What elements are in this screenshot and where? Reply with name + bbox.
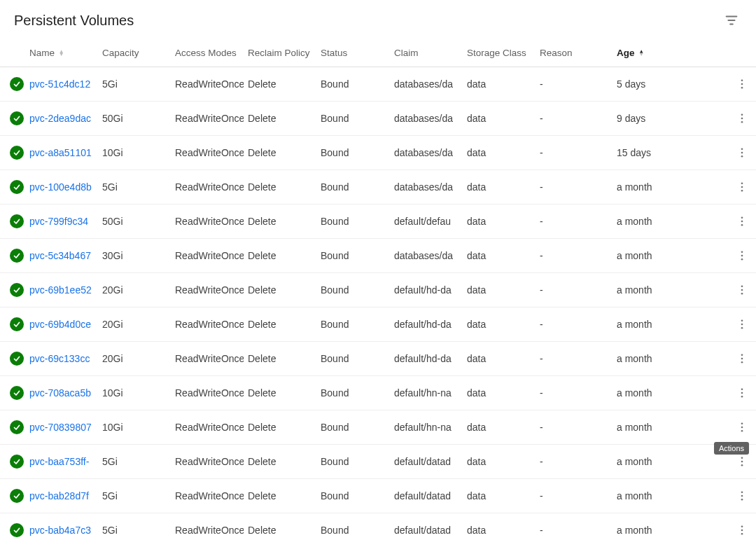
- row-actions-button[interactable]: [733, 315, 751, 333]
- status-text-cell: Bound: [316, 239, 390, 273]
- row-actions-button[interactable]: [733, 384, 751, 402]
- pv-name-link[interactable]: pvc-69b1ee52: [29, 284, 94, 296]
- pv-name-link[interactable]: pvc-bab4a7c3: [29, 525, 94, 536]
- pv-name-link[interactable]: pvc-2dea9dac: [29, 113, 94, 124]
- row-actions-button[interactable]: [733, 418, 751, 436]
- more-vert-icon: [736, 181, 748, 193]
- storage-cell: data: [463, 205, 536, 239]
- age-cell: 5 days: [612, 67, 728, 102]
- svg-point-35: [741, 430, 743, 432]
- row-actions-button[interactable]: [733, 349, 751, 368]
- storage-cell: data: [463, 102, 536, 136]
- pv-name-link[interactable]: pvc-69c133cc: [29, 353, 94, 364]
- age-cell: a month: [612, 445, 728, 479]
- name-cell: pvc-70839807: [25, 410, 98, 445]
- svg-point-7: [741, 118, 743, 120]
- status-ok-icon: [10, 352, 24, 366]
- table-row: pvc-69b1ee52 20Gi ReadWriteOnce Delete B…: [0, 273, 756, 307]
- column-capacity[interactable]: Capacity: [98, 39, 171, 67]
- row-actions-button[interactable]: [733, 144, 751, 162]
- column-storage[interactable]: Storage Class: [463, 39, 536, 67]
- table-row: pvc-bab4a7c3 5Gi ReadWriteOnce Delete Bo…: [0, 513, 756, 548]
- status-cell: [0, 205, 25, 239]
- more-vert-icon: [736, 249, 748, 262]
- storage-cell: data: [463, 136, 536, 170]
- page-title: Persistent Volumes: [14, 13, 134, 29]
- row-actions-button[interactable]: [733, 452, 751, 471]
- column-name[interactable]: Name ▲▼: [25, 39, 98, 67]
- claim-cell: default/datad: [390, 479, 463, 513]
- row-actions-button[interactable]: [733, 178, 751, 196]
- more-vert-icon: [736, 455, 748, 468]
- reason-cell: -: [536, 445, 612, 479]
- svg-point-30: [741, 388, 743, 390]
- storage-cell: data: [463, 410, 536, 445]
- age-cell: a month: [612, 479, 728, 513]
- pv-name-link[interactable]: pvc-51c4dc12: [29, 78, 94, 90]
- svg-point-31: [741, 392, 743, 394]
- access-cell: ReadWriteOnce: [171, 342, 244, 376]
- pv-name-link[interactable]: pvc-a8a51101: [29, 147, 94, 158]
- table-row: pvc-708aca5b 10Gi ReadWriteOnce Delete B…: [0, 376, 756, 410]
- column-claim[interactable]: Claim: [390, 39, 463, 67]
- svg-point-41: [741, 499, 743, 501]
- pv-name-link[interactable]: pvc-69b4d0ce: [29, 319, 94, 330]
- status-ok-icon: [10, 111, 24, 125]
- svg-point-10: [741, 152, 743, 154]
- status-cell: [0, 376, 25, 410]
- access-cell: ReadWriteOnce: [171, 273, 244, 307]
- pv-name-link[interactable]: pvc-5c34b467: [29, 250, 94, 261]
- svg-point-22: [741, 289, 743, 291]
- pv-name-link[interactable]: pvc-708aca5b: [29, 387, 94, 399]
- reason-cell: -: [536, 170, 612, 205]
- row-actions-button[interactable]: [733, 212, 751, 230]
- table-row: pvc-69b4d0ce 20Gi ReadWriteOnce Delete B…: [0, 307, 756, 342]
- age-cell: a month: [612, 513, 728, 548]
- age-cell: a month: [612, 205, 728, 239]
- row-actions-button[interactable]: [733, 521, 751, 539]
- reason-cell: -: [536, 513, 612, 548]
- column-claim-label: Claim: [394, 48, 419, 58]
- row-actions-button[interactable]: [733, 75, 751, 93]
- access-cell: ReadWriteOnce: [171, 445, 244, 479]
- claim-cell: databases/da: [390, 67, 463, 102]
- svg-point-18: [741, 251, 743, 253]
- access-cell: ReadWriteOnce: [171, 170, 244, 205]
- column-age[interactable]: Age ▲▼: [612, 39, 728, 67]
- pv-name-link[interactable]: pvc-799f9c34: [29, 216, 94, 227]
- access-cell: ReadWriteOnce: [171, 239, 244, 273]
- actions-cell: [728, 513, 756, 548]
- reason-cell: -: [536, 479, 612, 513]
- more-vert-icon: [736, 78, 748, 90]
- status-ok-icon: [10, 180, 24, 194]
- status-text-cell: Bound: [316, 170, 390, 205]
- claim-cell: databases/da: [390, 170, 463, 205]
- filter-button[interactable]: [721, 10, 742, 31]
- row-actions-button[interactable]: [733, 487, 751, 505]
- reason-cell: -: [536, 376, 612, 410]
- column-access[interactable]: Access Modes: [171, 39, 244, 67]
- pv-name-link[interactable]: pvc-100e4d8b: [29, 181, 94, 193]
- svg-point-6: [741, 113, 743, 116]
- filter-icon: [724, 13, 739, 28]
- name-cell: pvc-69c133cc: [25, 342, 98, 376]
- status-text-cell: Bound: [316, 205, 390, 239]
- svg-point-14: [741, 190, 743, 192]
- row-actions-button[interactable]: [733, 281, 751, 299]
- svg-point-24: [741, 319, 743, 321]
- column-reclaim-label: Reclaim Policy: [248, 48, 310, 58]
- table-row: pvc-bab28d7f 5Gi ReadWriteOnce Delete Bo…: [0, 479, 756, 513]
- column-reason[interactable]: Reason: [536, 39, 612, 67]
- access-cell: ReadWriteOnce: [171, 513, 244, 548]
- table-row: pvc-a8a51101 10Gi ReadWriteOnce Delete B…: [0, 136, 756, 170]
- more-vert-icon: [736, 387, 748, 399]
- column-status[interactable]: Status: [316, 39, 390, 67]
- row-actions-button[interactable]: [733, 247, 751, 265]
- pv-name-link[interactable]: pvc-bab28d7f: [29, 490, 94, 501]
- pv-name-link[interactable]: pvc-baa753ff-: [29, 456, 94, 467]
- storage-cell: data: [463, 445, 536, 479]
- row-actions-button[interactable]: [733, 109, 751, 127]
- column-reclaim[interactable]: Reclaim Policy: [244, 39, 316, 67]
- claim-cell: databases/da: [390, 239, 463, 273]
- pv-name-link[interactable]: pvc-70839807: [29, 422, 94, 433]
